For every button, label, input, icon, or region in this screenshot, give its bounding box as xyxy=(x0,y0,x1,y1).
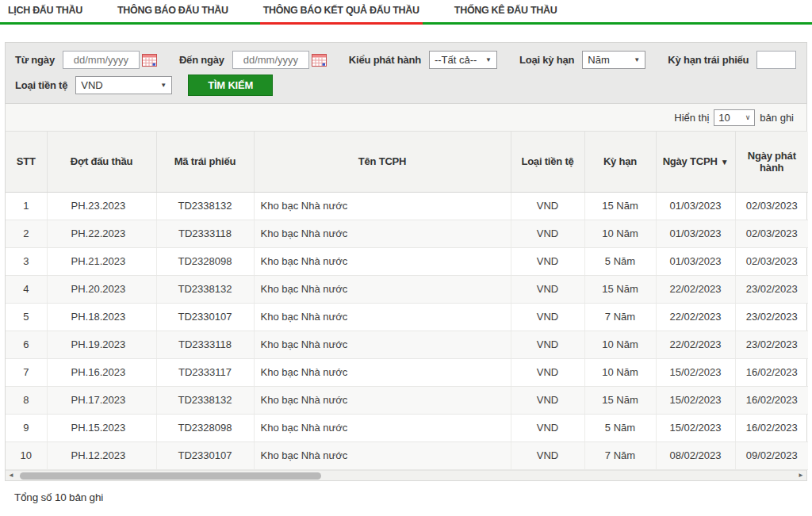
chevron-down-icon: ▼ xyxy=(485,56,492,63)
header-ma-trai-phieu[interactable]: Mã trái phiếu xyxy=(156,132,254,192)
cell-ten-tcph: Kho bạc Nhà nước xyxy=(254,303,511,331)
calendar-icon xyxy=(142,57,157,69)
display-count-prefix: Hiển thị xyxy=(674,112,709,124)
header-label: Kỳ hạn xyxy=(603,155,637,167)
currency-label: Loại tiền tệ xyxy=(15,79,67,91)
cell-stt: 8 xyxy=(6,386,47,414)
tab-bar: LỊCH ĐẤU THẦU THÔNG BÁO ĐẤU THẦU THÔNG B… xyxy=(0,0,812,25)
cell-stt: 10 xyxy=(6,441,47,469)
bond-term-label: Kỳ hạn trái phiếu xyxy=(668,54,749,66)
results-table-body: 1PH.23.2023TD2338132Kho bạc Nhà nướcVND1… xyxy=(6,192,808,469)
cell-ky-han: 15 Năm xyxy=(584,275,656,303)
horizontal-scrollbar[interactable]: ◄ ► xyxy=(6,470,806,480)
cell-ma-trai-phieu: TD2338132 xyxy=(156,386,254,414)
to-date-input[interactable] xyxy=(232,51,309,69)
cell-ngay-tcph: 22/02/2023 xyxy=(656,275,735,303)
cell-dot-dau-thau: PH.21.2023 xyxy=(47,247,156,275)
table-row[interactable]: 7PH.16.2023TD2333117Kho bạc Nhà nướcVND1… xyxy=(6,358,808,386)
header-label: Ngày phát hành xyxy=(748,150,796,174)
cell-ma-trai-phieu: TD2328098 xyxy=(156,414,254,441)
table-row[interactable]: 3PH.21.2023TD2328098Kho bạc Nhà nướcVND5… xyxy=(6,247,808,275)
cell-loai-tien-te: VND xyxy=(511,275,584,303)
cell-ngay-phat-hanh: 23/02/2023 xyxy=(735,275,808,303)
table-row[interactable]: 2PH.22.2023TD2333118Kho bạc Nhà nướcVND1… xyxy=(6,220,808,247)
cell-stt: 9 xyxy=(6,414,47,441)
cell-ma-trai-phieu: TD2330107 xyxy=(156,441,254,469)
table-row[interactable]: 4PH.20.2023TD2338132Kho bạc Nhà nướcVND1… xyxy=(6,275,808,303)
header-ky-han[interactable]: Kỳ hạn xyxy=(584,132,656,192)
header-label: Đợt đấu thầu xyxy=(71,155,132,167)
header-label: Tên TCPH xyxy=(358,155,407,167)
page-size-select[interactable]: 10 ∨ xyxy=(714,109,755,126)
cell-ma-trai-phieu: TD2333117 xyxy=(156,358,254,386)
cell-stt: 2 xyxy=(6,220,47,247)
cell-ngay-tcph: 22/02/2023 xyxy=(656,303,735,331)
cell-ky-han: 10 Năm xyxy=(584,358,656,386)
tab-lich-dau-thau[interactable]: LỊCH ĐẤU THẦU xyxy=(8,0,82,22)
cell-ngay-phat-hanh: 23/02/2023 xyxy=(735,331,808,358)
header-ngay-phat-hanh[interactable]: Ngày phát hành xyxy=(735,132,808,192)
cell-ten-tcph: Kho bạc Nhà nước xyxy=(254,331,511,358)
cell-ma-trai-phieu: TD2330107 xyxy=(156,303,254,331)
table-row[interactable]: 6PH.19.2023TD2333118Kho bạc Nhà nướcVND1… xyxy=(6,331,808,358)
table-header-row: STT Đợt đấu thầu Mã trái phiếu Tên TCPH … xyxy=(6,132,808,192)
total-records-text: Tổng số 10 bản ghi xyxy=(0,481,812,503)
table-row[interactable]: 9PH.15.2023TD2328098Kho bạc Nhà nướcVND5… xyxy=(6,414,808,441)
cell-ky-han: 7 Năm xyxy=(584,441,656,469)
cell-ten-tcph: Kho bạc Nhà nước xyxy=(254,414,511,441)
cell-ngay-tcph: 01/03/2023 xyxy=(656,247,735,275)
cell-ngay-phat-hanh: 16/02/2023 xyxy=(735,414,808,441)
cell-ky-han: 5 Năm xyxy=(584,414,656,441)
cell-stt: 7 xyxy=(6,358,47,386)
scrollbar-thumb[interactable] xyxy=(20,472,321,480)
scroll-right-icon[interactable]: ► xyxy=(798,471,804,480)
cell-ten-tcph: Kho bạc Nhà nước xyxy=(254,386,511,414)
from-date-label: Từ ngày xyxy=(15,54,55,66)
bond-term-input[interactable] xyxy=(756,51,796,69)
table-row[interactable]: 8PH.17.2023TD2338132Kho bạc Nhà nướcVND1… xyxy=(6,386,808,414)
currency-select[interactable]: VND ▼ xyxy=(75,76,172,94)
cell-ky-han: 10 Năm xyxy=(584,331,656,358)
cell-ngay-phat-hanh: 02/03/2023 xyxy=(735,220,808,247)
cell-ten-tcph: Kho bạc Nhà nước xyxy=(254,220,511,247)
cell-ten-tcph: Kho bạc Nhà nước xyxy=(254,441,511,469)
term-type-value: Năm xyxy=(588,54,609,66)
cell-stt: 1 xyxy=(6,192,47,220)
cell-dot-dau-thau: PH.20.2023 xyxy=(47,275,156,303)
tab-thong-bao-dau-thau[interactable]: THÔNG BÁO ĐẤU THẦU xyxy=(117,0,228,22)
chevron-down-icon: ▼ xyxy=(160,82,167,89)
tab-thong-ke-dau-thau[interactable]: THỐNG KÊ ĐẤU THẦU xyxy=(454,0,557,22)
from-date-calendar-button[interactable] xyxy=(142,54,157,67)
to-date-calendar-button[interactable] xyxy=(312,54,327,67)
cell-dot-dau-thau: PH.16.2023 xyxy=(47,358,156,386)
header-loai-tien-te[interactable]: Loại tiền tệ xyxy=(511,132,584,192)
cell-ten-tcph: Kho bạc Nhà nước xyxy=(254,247,511,275)
search-button[interactable]: TÌM KIẾM xyxy=(188,75,273,96)
cell-ma-trai-phieu: TD2333118 xyxy=(156,220,254,247)
cell-ngay-tcph: 01/03/2023 xyxy=(656,220,735,247)
header-ngay-tcph[interactable]: Ngày TCPH▼ xyxy=(656,132,735,192)
header-ten-tcph[interactable]: Tên TCPH xyxy=(254,132,511,192)
scroll-left-icon[interactable]: ◄ xyxy=(8,471,14,480)
table-row[interactable]: 5PH.18.2023TD2330107Kho bạc Nhà nướcVND7… xyxy=(6,303,808,331)
table-row[interactable]: 1PH.23.2023TD2338132Kho bạc Nhà nướcVND1… xyxy=(6,192,808,220)
cell-loai-tien-te: VND xyxy=(511,303,584,331)
cell-ngay-tcph: 22/02/2023 xyxy=(656,331,735,358)
header-dot-dau-thau[interactable]: Đợt đấu thầu xyxy=(47,132,156,192)
cell-dot-dau-thau: PH.22.2023 xyxy=(47,220,156,247)
cell-ngay-tcph: 01/03/2023 xyxy=(656,192,735,220)
table-row[interactable]: 10PH.12.2023TD2330107Kho bạc Nhà nướcVND… xyxy=(6,441,808,469)
term-type-select[interactable]: Năm ▼ xyxy=(582,51,645,69)
tab-thong-bao-ket-qua-dau-thau[interactable]: THÔNG BÁO KẾT QUẢ ĐẤU THẦU xyxy=(263,0,419,22)
from-date-input[interactable] xyxy=(63,51,140,69)
cell-ngay-phat-hanh: 23/02/2023 xyxy=(735,303,808,331)
header-stt[interactable]: STT xyxy=(6,132,47,192)
cell-loai-tien-te: VND xyxy=(511,192,584,220)
cell-loai-tien-te: VND xyxy=(511,358,584,386)
issue-type-value: --Tất cả-- xyxy=(435,54,477,66)
cell-ky-han: 7 Năm xyxy=(584,303,656,331)
issue-type-select[interactable]: --Tất cả-- ▼ xyxy=(429,51,497,69)
cell-stt: 5 xyxy=(6,303,47,331)
header-label: Ngày TCPH xyxy=(663,155,718,167)
chevron-down-icon: ▼ xyxy=(634,56,640,63)
